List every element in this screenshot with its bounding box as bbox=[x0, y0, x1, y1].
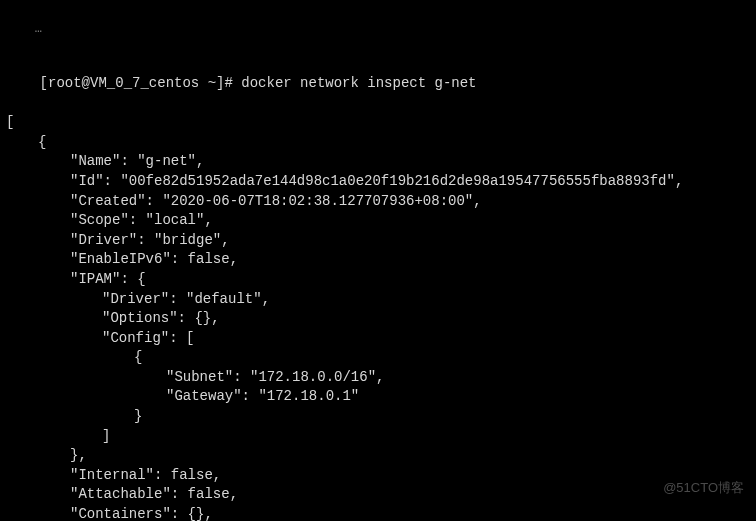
json-output-line: ] bbox=[6, 427, 750, 447]
json-output-line: "Driver": "default", bbox=[6, 290, 750, 310]
prompt-open-bracket: [ bbox=[40, 75, 48, 91]
json-output-line: }, bbox=[6, 446, 750, 466]
terminal-prompt-line[interactable]: [root@VM_0_7_centos ~]# docker network i… bbox=[6, 54, 750, 113]
json-output-line: "Driver": "bridge", bbox=[6, 231, 750, 251]
prompt-close: ]# bbox=[216, 75, 241, 91]
json-output-line: [ bbox=[6, 113, 750, 133]
json-output-line: "Attachable": false, bbox=[6, 485, 750, 505]
watermark-label: @51CTO博客 bbox=[663, 479, 744, 497]
json-output-line: "Containers": {}, bbox=[6, 505, 750, 521]
json-output-line: "IPAM": { bbox=[6, 270, 750, 290]
json-output-line: { bbox=[6, 133, 750, 153]
json-output-line: "Subnet": "172.18.0.0/16", bbox=[6, 368, 750, 388]
prompt-path: ~ bbox=[199, 75, 216, 91]
json-output-line: "Name": "g-net", bbox=[6, 152, 750, 172]
json-output-line: "Options": {}, bbox=[6, 309, 750, 329]
json-output-line: "Config": [ bbox=[6, 329, 750, 349]
json-output-line: "Gateway": "172.18.0.1" bbox=[6, 387, 750, 407]
truncated-line: … bbox=[6, 4, 750, 54]
json-output-line: "Internal": false, bbox=[6, 466, 750, 486]
json-output-line: } bbox=[6, 407, 750, 427]
json-output-line: "EnableIPv6": false, bbox=[6, 250, 750, 270]
json-output-line: "Id": "00fe82d51952ada7e144d98c1a0e20f19… bbox=[6, 172, 750, 192]
json-output-line: { bbox=[6, 348, 750, 368]
terminal-output: … [root@VM_0_7_centos ~]# docker network… bbox=[6, 4, 750, 521]
json-output-line: "Created": "2020-06-07T18:02:38.12770793… bbox=[6, 192, 750, 212]
json-output-line: "Scope": "local", bbox=[6, 211, 750, 231]
prompt-user-host: root@VM_0_7_centos bbox=[48, 75, 199, 91]
command-text: docker network inspect g-net bbox=[241, 75, 476, 91]
